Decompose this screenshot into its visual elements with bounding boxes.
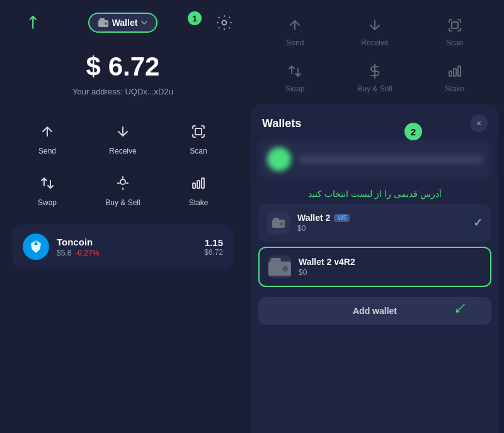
svg-point-3 xyxy=(222,21,227,25)
token-price-row: $5.8 -0.27% xyxy=(57,249,197,257)
wallet-v4r2-name: Wallet 2 v4R2 xyxy=(299,257,481,267)
scan-icon xyxy=(187,120,210,143)
svg-point-17 xyxy=(282,266,288,271)
svg-rect-11 xyxy=(458,66,461,76)
right-receive-label: Receive xyxy=(361,38,388,47)
swap-icon xyxy=(36,172,59,194)
receive-icon xyxy=(112,120,134,143)
right-send-button: Send xyxy=(258,13,332,52)
right-stake-button: Stake xyxy=(418,59,491,98)
token-price: $5.8 xyxy=(57,249,71,257)
right-top-actions: Send Receive Scan xyxy=(246,0,504,52)
token-quantity: 1.15 xyxy=(204,237,223,248)
wallet-v4r2-icon xyxy=(268,256,291,278)
svg-rect-16 xyxy=(271,258,281,262)
modal-title: Wallets xyxy=(262,117,301,130)
wallet-icon xyxy=(98,18,108,27)
stake-button[interactable]: Stake xyxy=(164,167,233,212)
svg-rect-13 xyxy=(273,218,279,220)
token-amount: 1.15 $6.72 xyxy=(204,237,223,257)
wallet-item-v4r2[interactable]: Wallet 2 v4R2 $0 xyxy=(258,247,491,287)
right-dollar-icon xyxy=(367,64,382,81)
right-send-label: Send xyxy=(286,38,304,47)
step-badge-1: 1 xyxy=(188,11,202,25)
right-stake-label: Stake xyxy=(445,84,464,93)
token-value: $6.72 xyxy=(204,248,223,257)
right-swap-icon xyxy=(287,64,302,81)
action-grid: Send Receive Scan Swap xyxy=(13,115,233,212)
token-change: -0.27% xyxy=(75,249,99,257)
wallet2-balance: $0 xyxy=(297,224,466,233)
right-swap-button: Swap xyxy=(258,59,332,98)
wallet-v4r2-balance: $0 xyxy=(299,268,481,277)
right-scan-label: Scan xyxy=(446,38,463,47)
svg-rect-4 xyxy=(195,128,202,135)
svg-rect-10 xyxy=(454,69,456,76)
header-row: ↗ Wallet 1 xyxy=(13,13,233,33)
close-button[interactable]: × xyxy=(470,115,488,132)
wallet-label: Wallet xyxy=(112,18,138,28)
balance-display: $ 6.72 xyxy=(86,52,160,82)
blurred-wallet-logo xyxy=(267,147,291,171)
right-receive-button: Receive xyxy=(338,13,412,52)
svg-rect-1 xyxy=(100,18,105,21)
wallet-symbol-icon xyxy=(272,218,285,228)
send-icon xyxy=(36,120,59,143)
right-receive-icon xyxy=(367,18,382,35)
right-send-icon xyxy=(287,18,302,35)
stake-icon xyxy=(187,172,210,194)
token-name: Toncoin xyxy=(57,237,197,247)
right-stake-icon xyxy=(447,64,462,81)
buy-sell-button[interactable]: Buy & Sell xyxy=(88,167,158,212)
settings-icon[interactable] xyxy=(215,14,233,31)
svg-rect-5 xyxy=(193,183,195,188)
wallet-item-w5[interactable]: Wallet 2 W5 $0 ✓ xyxy=(258,204,491,242)
wallet-address: Your address: UQDx...xD2u xyxy=(72,87,173,96)
svg-rect-9 xyxy=(449,71,452,76)
wallet2-info: Wallet 2 W5 $0 xyxy=(297,213,466,233)
wallet-v4r2-info: Wallet 2 v4R2 $0 xyxy=(299,257,481,277)
right-scan-button: Scan xyxy=(418,13,491,52)
token-info: Toncoin $5.8 -0.27% xyxy=(57,237,197,257)
svg-point-14 xyxy=(280,222,284,225)
right-panel: Send Receive Scan Swap xyxy=(246,0,504,433)
annotation-arrow-left: ↗ xyxy=(21,11,43,34)
right-swap-label: Swap xyxy=(285,84,304,93)
right-buysell-button: Buy & Sell xyxy=(338,59,412,98)
left-panel: ↗ Wallet 1 $ 6.72 Your address: UQDx... xyxy=(0,0,246,433)
wallet-v4r2-symbol-icon xyxy=(268,258,291,276)
dollar-icon xyxy=(112,172,134,194)
step-badge-2: 2 xyxy=(404,123,422,140)
svg-rect-6 xyxy=(197,181,200,188)
svg-rect-7 xyxy=(202,178,204,188)
right-scan-icon xyxy=(447,18,462,35)
scan-button[interactable]: Scan xyxy=(164,115,233,160)
chevron-down-icon xyxy=(141,21,147,25)
token-card-toncoin[interactable]: Toncoin $5.8 -0.27% 1.15 $6.72 xyxy=(13,225,233,269)
receive-button[interactable]: Receive xyxy=(88,115,158,160)
w5-badge: W5 xyxy=(334,214,350,222)
modal-header: Wallets × xyxy=(251,104,499,140)
wallet2-name: Wallet 2 W5 xyxy=(297,213,466,223)
send-button[interactable]: Send xyxy=(13,115,82,160)
blurred-wallet-text xyxy=(299,155,483,164)
right-buysell-label: Buy & Sell xyxy=(357,84,392,93)
wallet-button[interactable]: Wallet xyxy=(88,13,158,33)
svg-point-2 xyxy=(105,23,107,25)
right-bottom-actions: Swap Buy & Sell Stake xyxy=(246,59,504,98)
wallets-modal: Wallets × آدرس قدیمی را از لیست انتخاب ک… xyxy=(251,104,499,433)
selected-checkmark: ✓ xyxy=(473,216,483,230)
wallet2-icon xyxy=(267,211,290,234)
instruction-text: آدرس قدیمی را از لیست انتخاب کنید xyxy=(251,184,499,201)
toncoin-logo xyxy=(23,233,49,260)
svg-rect-8 xyxy=(452,22,458,28)
swap-button[interactable]: Swap xyxy=(13,167,82,212)
wallet-item-blurred xyxy=(258,140,491,179)
toncoin-icon xyxy=(28,239,43,254)
